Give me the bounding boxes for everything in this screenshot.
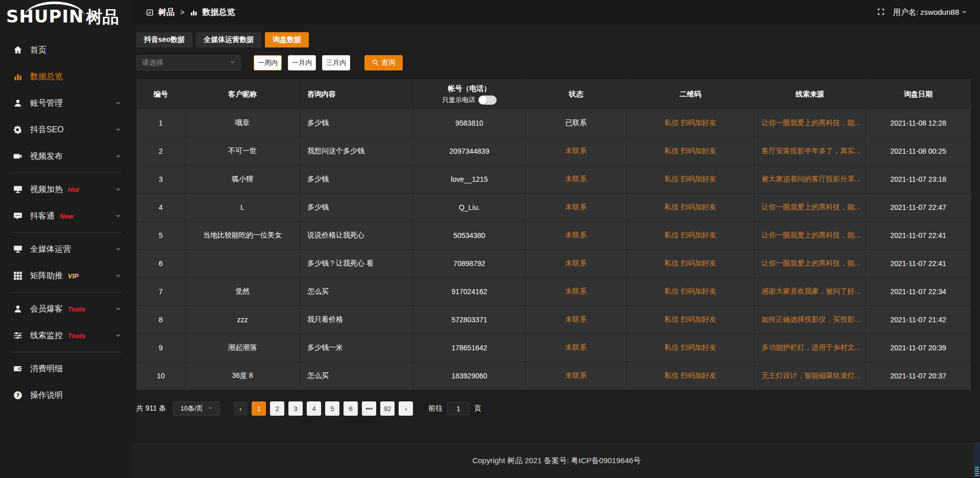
page-size-select[interactable]: 10条/页: [173, 401, 220, 416]
sidebar-item-chart[interactable]: 数据总览: [0, 63, 133, 90]
page-button-1[interactable]: 1: [252, 401, 266, 416]
cell-account: 572803371: [413, 306, 526, 334]
qrcode-link[interactable]: 私信 扫码加好友: [665, 343, 717, 351]
cell-status: 未联系: [526, 250, 627, 278]
qrcode-link[interactable]: 私信 扫码加好友: [665, 315, 717, 323]
page-button-4[interactable]: 4: [307, 401, 321, 416]
user-menu[interactable]: 用户名: zswodun88: [893, 8, 967, 17]
cell-status: 已联系: [526, 109, 627, 137]
qrcode-link[interactable]: 私信 扫码加好友: [665, 287, 717, 295]
source-link[interactable]: 让你一眼就爱上的黑科技，能...: [762, 118, 861, 127]
fullscreen-icon[interactable]: [877, 8, 885, 17]
sidebar-item-monitor[interactable]: 全媒体运营: [0, 236, 133, 262]
source-link[interactable]: 客厅安装投影半年多了，真实...: [762, 147, 861, 155]
search-button[interactable]: 查询: [364, 55, 403, 70]
sidebar-item-user2[interactable]: 会员爆客Tools: [0, 296, 133, 322]
col-qrcode: 二维码: [627, 80, 754, 109]
sidebar-item-display[interactable]: 视频加热Hot: [0, 176, 133, 203]
page-button-2[interactable]: 2: [270, 401, 284, 416]
qrcode-link[interactable]: 私信 扫码加好友: [665, 259, 717, 267]
cell-account: love__1215: [413, 165, 526, 194]
cell-no: 6: [137, 250, 185, 278]
chevron-down-icon: [115, 153, 121, 160]
page-button-6[interactable]: 6: [344, 401, 358, 416]
brand-logo[interactable]: SHUPIN树品: [0, 1, 133, 30]
sidebar-item-home[interactable]: 首页: [0, 37, 133, 63]
page-buttons: ‹123456•••92›: [233, 401, 413, 416]
corner-widget[interactable]: [973, 442, 980, 478]
cell-status: 未联系: [526, 278, 627, 306]
page-button-5[interactable]: 5: [325, 401, 339, 416]
sidebar-item-chat[interactable]: 抖客通New: [0, 203, 133, 229]
qrcode-link[interactable]: 私信 扫码加好友: [665, 203, 717, 211]
source-link[interactable]: 让你一眼就爱上的黑科技，能...: [762, 203, 861, 211]
publish-icon: [13, 152, 22, 161]
page-button-92[interactable]: 92: [380, 401, 395, 416]
date-range-button-2[interactable]: 三月内: [322, 55, 350, 70]
account-select[interactable]: 请选择: [136, 55, 241, 70]
sidebar-item-grid[interactable]: 矩阵助推VIP: [0, 262, 133, 289]
total-count: 共 911 条: [136, 404, 166, 413]
cell-source: 客厅安装投影半年多了，真实...: [754, 137, 866, 165]
main-area: 树品 > 数据总览 用户名: zswodun88 抖音seo数据全媒体运营数据询…: [133, 0, 980, 478]
goto-page-input[interactable]: [447, 402, 470, 415]
qrcode-link[interactable]: 私信 扫码加好友: [665, 175, 717, 183]
cell-source: 如何正确选择投影仪，买投影...: [754, 306, 866, 334]
date-range-button-0[interactable]: 一周内: [254, 55, 282, 70]
source-link[interactable]: 让你一眼就爱上的黑科技，能...: [762, 259, 861, 267]
sidebar-item-gear[interactable]: 抖音SEO: [0, 116, 133, 143]
breadcrumb-item-home[interactable]: 树品: [158, 7, 175, 18]
qrcode-link[interactable]: 私信 扫码加好友: [665, 118, 717, 127]
cell-no: 7: [137, 278, 185, 306]
grid-icon: [13, 271, 22, 280]
monitor-icon: [13, 245, 22, 254]
cell-status: 未联系: [526, 306, 627, 334]
wallet-icon: [13, 364, 22, 373]
sidebar-item-question[interactable]: ?操作说明: [0, 382, 133, 409]
qrcode-link[interactable]: 私信 扫码加好友: [665, 147, 717, 155]
source-link[interactable]: 感谢大家喜欢我家，被问了好...: [762, 287, 861, 295]
cell-date: 2021-11-07 22:41: [866, 222, 971, 250]
date-range-button-1[interactable]: 一月内: [288, 55, 316, 70]
source-link[interactable]: 被大家追着问的客厅投影分享...: [762, 175, 861, 183]
cell-date: 2021-11-07 20:37: [866, 362, 971, 390]
cell-status: 未联系: [526, 222, 627, 250]
sidebar: SHUPIN树品 首页数据总览账号管理抖音SEO视频发布视频加热Hot抖客通Ne…: [0, 0, 133, 478]
tab-2[interactable]: 询盘数据: [265, 32, 309, 47]
cell-no: 1: [137, 109, 185, 137]
sidebar-item-label: 账号管理: [30, 98, 63, 109]
cell-qrcode: 私信 扫码加好友: [627, 165, 754, 194]
source-link[interactable]: 让你一眼就爱上的黑科技，能...: [762, 231, 861, 239]
more-pages-button[interactable]: •••: [362, 401, 376, 416]
chevron-down-icon: [229, 58, 235, 67]
phone-only-toggle[interactable]: [478, 95, 497, 105]
qrcode-link[interactable]: 私信 扫码加好友: [665, 231, 717, 239]
sidebar-item-publish[interactable]: 视频发布: [0, 143, 133, 170]
pagination: 共 911 条 10条/页 ‹123456•••92› 前往 页: [136, 401, 971, 416]
source-link[interactable]: 无主灯设计，智能磁吸轨道灯...: [762, 371, 861, 379]
cell-status: 未联系: [526, 194, 627, 222]
tab-1[interactable]: 全媒体运营数据: [196, 32, 261, 47]
cell-account: 50534380: [413, 222, 526, 250]
page-button-3[interactable]: 3: [288, 401, 303, 416]
sidebar-item-user[interactable]: 账号管理: [0, 90, 133, 116]
table-row: 8zzz我只看价格572803371未联系私信 扫码加好友如何正确选择投影仪，买…: [137, 306, 971, 334]
sidebar-item-label: 操作说明: [30, 390, 63, 401]
source-link[interactable]: 如何正确选择投影仪，买投影...: [762, 315, 861, 323]
cell-date: 2021-11-07 23:18: [866, 165, 971, 194]
table-row: 7觉然怎么买917024162未联系私信 扫码加好友感谢大家喜欢我家，被问了好.…: [137, 278, 971, 306]
source-link[interactable]: 多功能护栏灯，适用于乡村文...: [762, 343, 861, 351]
prev-page-button[interactable]: ‹: [233, 401, 248, 416]
qrcode-link[interactable]: 私信 扫码加好友: [665, 371, 717, 379]
tab-0[interactable]: 抖音seo数据: [136, 32, 192, 47]
cell-status: 未联系: [526, 334, 627, 362]
chevron-down-icon: [115, 100, 121, 107]
next-page-button[interactable]: ›: [399, 401, 413, 416]
sidebar-item-sliders[interactable]: 线索监控Tools: [0, 322, 133, 349]
cell-nickname: 潮起潮落: [185, 334, 300, 362]
sliders-icon: [13, 331, 22, 340]
cell-source: 让你一眼就爱上的黑科技，能...: [754, 250, 866, 278]
sidebar-item-wallet[interactable]: 消费明细: [0, 355, 133, 382]
chevron-down-icon: [115, 306, 121, 313]
gear-icon: [13, 125, 22, 134]
